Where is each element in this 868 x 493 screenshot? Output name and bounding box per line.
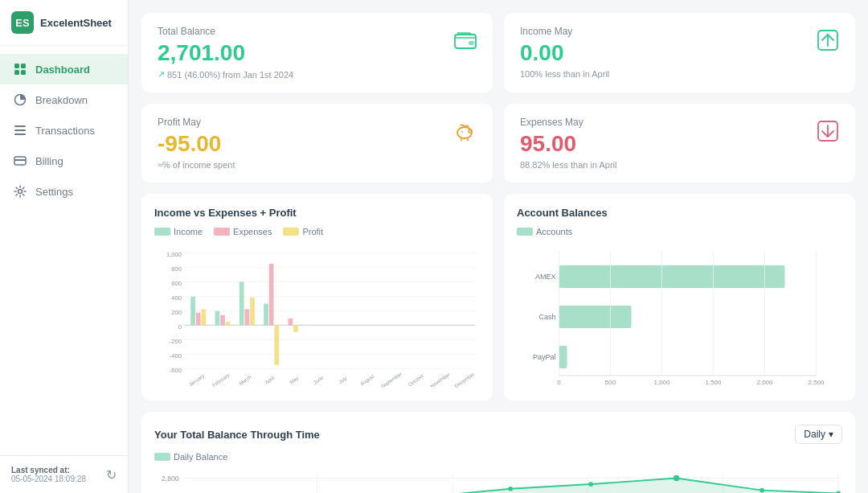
balance-time-legend: Daily Balance bbox=[154, 452, 842, 462]
total-balance-title: Total Balance bbox=[158, 26, 477, 37]
svg-rect-66 bbox=[559, 265, 785, 288]
profit-legend-dot bbox=[283, 228, 299, 236]
account-balances-legend: Accounts bbox=[517, 227, 842, 236]
svg-text:Cash: Cash bbox=[538, 313, 555, 321]
profit-may-value: -95.00 bbox=[158, 131, 477, 157]
income-expenses-chart-area: 1,000 800 600 400 200 0 -200 -400 -600 bbox=[154, 243, 480, 388]
svg-text:200: 200 bbox=[171, 309, 182, 316]
svg-rect-5 bbox=[14, 125, 26, 127]
svg-text:1,000: 1,000 bbox=[653, 379, 670, 386]
sidebar: ES ExcelentSheet Dashboard B bbox=[0, 0, 129, 493]
breakdown-icon bbox=[13, 92, 27, 107]
profit-legend-label: Profit bbox=[302, 227, 323, 236]
svg-rect-50 bbox=[293, 325, 298, 332]
income-may-card: Income May 0.00 100% less than in April bbox=[504, 13, 855, 92]
profit-may-card: Profit May -95.00 ≈% of income spent bbox=[141, 104, 493, 183]
summary-cards: Total Balance 2,701.00 ↗ 851 (46.00%) fr… bbox=[141, 13, 855, 183]
svg-rect-43 bbox=[240, 281, 244, 325]
daily-balance-legend-dot bbox=[154, 453, 170, 461]
svg-text:AMEX: AMEX bbox=[535, 273, 556, 281]
income-may-title: Income May bbox=[520, 26, 839, 37]
account-balances-chart-card: Account Balances Accounts AMEX Cash PayP… bbox=[504, 194, 855, 401]
transactions-icon bbox=[13, 123, 27, 138]
svg-text:0: 0 bbox=[557, 379, 561, 386]
income-expenses-chart-card: Income vs Expenses + Profit Income Expen… bbox=[141, 194, 493, 401]
time-dropdown-value: Daily bbox=[804, 429, 825, 440]
svg-text:2,800: 2,800 bbox=[162, 475, 179, 483]
income-may-value: 0.00 bbox=[520, 40, 839, 66]
dashboard-label: Dashboard bbox=[35, 64, 90, 76]
svg-rect-37 bbox=[190, 297, 195, 326]
svg-text:August: August bbox=[359, 373, 375, 387]
sidebar-item-settings[interactable]: Settings bbox=[0, 176, 128, 207]
charts-row: Income vs Expenses + Profit Income Expen… bbox=[141, 194, 855, 401]
profit-may-title: Profit May bbox=[158, 117, 477, 128]
sidebar-nav: Dashboard Breakdown Transactions bbox=[0, 46, 128, 455]
svg-text:May: May bbox=[289, 375, 300, 385]
svg-text:April: April bbox=[264, 375, 275, 385]
sidebar-item-transactions[interactable]: Transactions bbox=[0, 115, 128, 146]
svg-rect-39 bbox=[202, 310, 207, 326]
svg-text:July: July bbox=[338, 375, 349, 385]
daily-balance-legend-label: Daily Balance bbox=[174, 452, 227, 462]
expenses-may-sub: 88.82% less than in April bbox=[520, 160, 839, 170]
breakdown-label: Breakdown bbox=[35, 94, 88, 106]
svg-text:-200: -200 bbox=[170, 338, 182, 345]
app-logo-icon: ES bbox=[11, 11, 34, 34]
svg-text:500: 500 bbox=[605, 379, 616, 386]
account-balances-svg: AMEX Cash PayPal 0 500 bbox=[517, 243, 842, 388]
svg-rect-45 bbox=[250, 298, 255, 325]
svg-point-98 bbox=[588, 482, 593, 487]
dashboard-icon bbox=[13, 62, 27, 76]
svg-text:June: June bbox=[312, 374, 324, 385]
settings-icon bbox=[13, 184, 27, 199]
expense-icon bbox=[813, 117, 842, 146]
svg-rect-41 bbox=[220, 315, 225, 326]
svg-rect-6 bbox=[14, 129, 26, 131]
balance-time-header: Your Total Balance Through Time Daily ▾ bbox=[154, 425, 842, 444]
svg-rect-67 bbox=[559, 306, 632, 328]
balance-time-chart-area: 2,800 2,600 2,400 bbox=[154, 468, 842, 493]
income-expenses-title: Income vs Expenses + Profit bbox=[154, 207, 480, 219]
svg-rect-44 bbox=[245, 309, 250, 325]
svg-text:February: February bbox=[211, 372, 231, 388]
wallet-icon bbox=[451, 26, 480, 55]
svg-text:December: December bbox=[453, 371, 475, 388]
expenses-may-value: 95.00 bbox=[520, 131, 839, 157]
svg-point-100 bbox=[760, 488, 764, 493]
svg-point-97 bbox=[508, 487, 513, 491]
svg-text:January: January bbox=[187, 372, 206, 388]
dropdown-chevron-icon: ▾ bbox=[829, 429, 833, 440]
balance-time-card: Your Total Balance Through Time Daily ▾ … bbox=[141, 412, 855, 493]
sync-timestamp: 05-05-2024 18:09:28 bbox=[11, 475, 100, 483]
sidebar-item-billing[interactable]: Billing bbox=[0, 146, 128, 176]
legend-daily-balance: Daily Balance bbox=[154, 452, 227, 462]
time-dropdown[interactable]: Daily ▾ bbox=[795, 425, 842, 444]
income-legend-dot bbox=[154, 228, 170, 236]
svg-text:600: 600 bbox=[171, 280, 182, 287]
svg-point-15 bbox=[469, 129, 472, 133]
svg-rect-46 bbox=[264, 304, 268, 326]
sync-icon: ↻ bbox=[106, 467, 117, 483]
income-legend-label: Income bbox=[174, 227, 203, 236]
account-balances-title: Account Balances bbox=[517, 207, 842, 219]
svg-rect-38 bbox=[196, 313, 201, 326]
svg-rect-9 bbox=[14, 159, 26, 161]
main-content: Total Balance 2,701.00 ↗ 851 (46.00%) fr… bbox=[129, 0, 868, 493]
profit-may-sub: ≈% of income spent bbox=[158, 160, 477, 170]
svg-text:2,000: 2,000 bbox=[756, 379, 773, 386]
line-chart-svg: 2,800 2,600 2,400 bbox=[154, 468, 842, 493]
income-may-sub: 100% less than in April bbox=[520, 69, 839, 79]
expenses-may-card: Expenses May 95.00 88.82% less than in A… bbox=[504, 104, 855, 183]
svg-rect-48 bbox=[274, 325, 279, 365]
svg-text:-600: -600 bbox=[170, 367, 182, 374]
accounts-legend-dot bbox=[517, 228, 533, 236]
sidebar-logo: ES ExcelentSheet bbox=[0, 0, 128, 46]
svg-rect-40 bbox=[215, 311, 220, 326]
svg-point-16 bbox=[461, 131, 463, 133]
bar-chart-svg: 1,000 800 600 400 200 0 -200 -400 -600 bbox=[154, 243, 480, 388]
sidebar-item-dashboard[interactable]: Dashboard bbox=[0, 54, 128, 84]
piggy-bank-icon bbox=[451, 117, 480, 146]
accounts-legend-label: Accounts bbox=[536, 227, 572, 236]
sidebar-item-breakdown[interactable]: Breakdown bbox=[0, 84, 128, 115]
